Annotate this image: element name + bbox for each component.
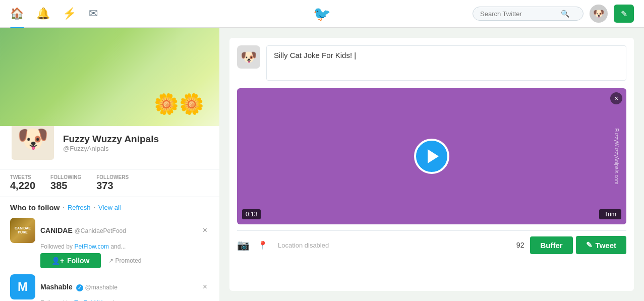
canidae-follow-button[interactable]: 👤+ Follow — [40, 253, 101, 268]
tweets-label: TWEETS — [10, 174, 35, 180]
profile-name: Fuzzy Wuzzy Anipals — [63, 134, 159, 145]
follow-item-canidae: CANIDAEPURE CANIDAE @CanidaePetFood × Fo… — [10, 218, 209, 268]
video-timestamp: 0:13 — [242, 209, 261, 219]
canidae-actions: 👤+ Follow ↗ Promoted — [40, 253, 209, 268]
following-value: 385 — [50, 180, 81, 192]
profile-handle: @FuzzyAnipals — [63, 145, 159, 152]
canidae-top: CANIDAEPURE CANIDAE @CanidaePetFood × — [10, 218, 209, 243]
wtf-header: Who to follow · Refresh · View all — [10, 203, 209, 212]
char-count: 92 — [516, 241, 524, 249]
banner-decoration: 🌼🌼 — [154, 92, 204, 116]
sidebar: 🌼🌼 🐶 Fuzzy Wuzzy Anipals @FuzzyAnipals T… — [0, 28, 219, 301]
follow-item-mashable: M Mashable ✓ @mashable × Followed by Toy… — [10, 274, 209, 301]
nav-notifications[interactable]: 🔔 — [36, 7, 50, 20]
follow-plus-icon: 👤+ — [51, 257, 64, 265]
tweet-button[interactable]: ✎ Tweet — [576, 236, 626, 254]
buffer-button[interactable]: Buffer — [530, 236, 572, 254]
video-trim-button[interactable]: Trim — [599, 209, 621, 219]
tweet-icon: ✎ — [586, 240, 593, 250]
mashable-dismiss-button[interactable]: × — [201, 280, 209, 293]
tweets-stat[interactable]: TWEETS 4,220 — [10, 174, 35, 192]
promoted-icon: ↗ — [108, 257, 113, 264]
twitter-logo: 🐦 — [313, 6, 331, 22]
main-content: 🌼🌼 🐶 Fuzzy Wuzzy Anipals @FuzzyAnipals T… — [0, 28, 644, 301]
canidae-followed-by: Followed by PetFlow.com and... — [40, 243, 209, 250]
video-player[interactable]: × FuzzyWuzzyAnipals.com 0:13 Trim — [237, 88, 626, 224]
compose-top: 🐶 Silly Cat Joke For Kids! | — [237, 45, 626, 81]
wtf-view-all[interactable]: View all — [98, 204, 121, 211]
promoted-label: Promoted — [115, 257, 142, 264]
profile-banner: 🌼🌼 — [0, 28, 219, 126]
profile-info: 🐶 Fuzzy Wuzzy Anipals @FuzzyAnipals — [0, 126, 219, 169]
play-icon — [428, 149, 439, 163]
canidae-info: CANIDAE @CanidaePetFood — [40, 226, 196, 234]
play-button[interactable] — [414, 139, 449, 174]
search-bar[interactable]: 🔍 — [473, 7, 583, 21]
compose-avatar: 🐶 — [237, 45, 260, 69]
nav-messages[interactable]: ✉ — [89, 7, 98, 20]
video-close-button[interactable]: × — [610, 92, 622, 104]
right-panel: 🐶 Silly Cat Joke For Kids! | × FuzzyWuzz… — [219, 28, 644, 301]
media-icon[interactable]: 📷 — [237, 239, 250, 251]
following-label: FOLLOWING — [50, 174, 81, 180]
header-right: 🔍 🐶 ✎ — [473, 5, 634, 23]
compose-toolbar: 📷 📍 Location disabled 92 Buffer ✎ Tweet — [237, 230, 626, 254]
location-status: Location disabled — [278, 242, 329, 249]
canidae-avatar-img: CANIDAEPURE — [10, 218, 35, 243]
main-nav: 🏠 🔔 ⚡ ✉ — [10, 7, 98, 20]
tweet-label: Tweet — [596, 241, 616, 250]
canidae-promoted-badge: ↗ Promoted — [108, 257, 142, 264]
compose-tweet-button[interactable]: ✎ — [614, 5, 634, 23]
followers-label: FOLLOWERS — [96, 174, 129, 180]
mashable-top: M Mashable ✓ @mashable × — [10, 274, 209, 299]
mashable-avatar: M — [10, 274, 35, 299]
followers-value: 373 — [96, 180, 129, 192]
canidae-name[interactable]: CANIDAE @CanidaePetFood — [40, 226, 196, 234]
following-stat[interactable]: FOLLOWING 385 — [50, 174, 81, 192]
header: 🏠 🔔 ⚡ ✉ 🐦 🔍 🐶 ✎ — [0, 0, 644, 28]
tweets-value: 4,220 — [10, 180, 35, 192]
who-to-follow-section: Who to follow · Refresh · View all CANID… — [0, 197, 219, 301]
canidae-follower-link[interactable]: PetFlow.com — [74, 243, 109, 250]
search-input[interactable] — [480, 10, 561, 18]
user-avatar[interactable]: 🐶 — [590, 5, 608, 23]
nav-home[interactable]: 🏠 — [10, 7, 24, 20]
video-watermark: FuzzyWuzzyAnipals.com — [614, 129, 619, 185]
location-icon[interactable]: 📍 — [258, 240, 268, 250]
mashable-info: Mashable ✓ @mashable — [40, 283, 196, 291]
nav-lightning[interactable]: ⚡ — [63, 7, 76, 20]
search-icon: 🔍 — [561, 10, 569, 18]
wtf-refresh[interactable]: Refresh — [68, 204, 91, 211]
tweet-compose: 🐶 Silly Cat Joke For Kids! | × FuzzyWuzz… — [229, 38, 634, 291]
mashable-name[interactable]: Mashable ✓ @mashable — [40, 283, 196, 291]
followers-stat[interactable]: FOLLOWERS 373 — [96, 174, 129, 192]
tweet-text-input[interactable]: Silly Cat Joke For Kids! | — [266, 45, 626, 81]
profile-text: Fuzzy Wuzzy Anipals @FuzzyAnipals — [63, 131, 159, 152]
canidae-avatar: CANIDAEPURE — [10, 218, 35, 243]
verified-badge: ✓ — [76, 284, 83, 291]
wtf-title: Who to follow — [10, 203, 60, 212]
canidae-dismiss-button[interactable]: × — [201, 224, 209, 237]
profile-stats: TWEETS 4,220 FOLLOWING 385 FOLLOWERS 373 — [0, 169, 219, 197]
